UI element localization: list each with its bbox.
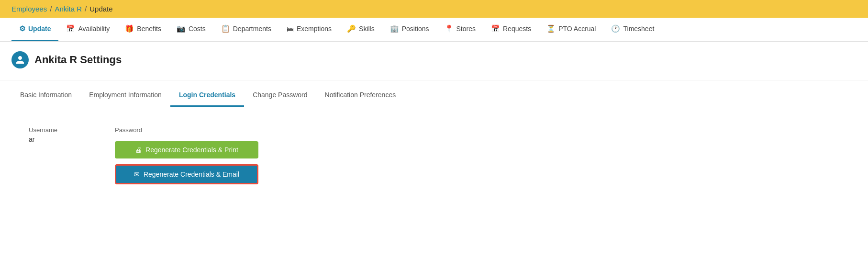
nav-tab-departments[interactable]: 📋 Departments <box>213 18 279 41</box>
nav-tab-update[interactable]: ⚙ Update <box>11 18 58 41</box>
nav-tab-departments-label: Departments <box>233 25 271 33</box>
nav-tab-stores[interactable]: 📍 Stores <box>437 18 483 41</box>
username-value: ar <box>29 136 57 143</box>
clock-icon: 🕐 <box>611 24 620 33</box>
nav-tab-timesheet-label: Timesheet <box>623 25 654 33</box>
section-tab-login-credentials[interactable]: Login Credentials <box>170 84 244 107</box>
breadcrumb-ankita[interactable]: Ankita R <box>55 5 82 13</box>
user-avatar-icon <box>11 51 29 68</box>
nav-tab-requests-label: Requests <box>503 25 531 33</box>
building-icon: 🏢 <box>390 24 399 33</box>
username-label: Username <box>29 126 57 134</box>
header-divider <box>0 80 868 80</box>
nav-tab-pto-accrual[interactable]: ⏳ PTO Accrual <box>539 18 603 41</box>
section-tab-employment-info[interactable]: Employment Information <box>80 84 170 107</box>
regenerate-email-label: Regenerate Credentials & Email <box>144 170 239 178</box>
gear-icon: ⚙ <box>19 24 25 33</box>
nav-tab-availability[interactable]: 📅 Availability <box>58 18 117 41</box>
nav-tabs-bar: ⚙ Update 📅 Availability 🎁 Benefits 📷 Cos… <box>0 18 868 42</box>
page-title: Ankita R Settings <box>34 54 122 66</box>
breadcrumb-sep-1: / <box>50 5 52 13</box>
breadcrumb-employees[interactable]: Employees <box>11 5 47 13</box>
nav-tab-positions[interactable]: 🏢 Positions <box>382 18 437 41</box>
calendar-icon: 📅 <box>66 24 75 33</box>
nav-tab-skills[interactable]: 🔑 Skills <box>339 18 382 41</box>
requests-calendar-icon: 📅 <box>491 24 500 33</box>
breadcrumb-update: Update <box>89 5 112 13</box>
nav-tab-availability-label: Availability <box>78 25 110 33</box>
breadcrumb-bar: Employees / Ankita R / Update <box>0 0 868 18</box>
nav-tab-costs[interactable]: 📷 Costs <box>169 18 213 41</box>
section-tab-change-password[interactable]: Change Password <box>244 84 316 107</box>
nav-tab-stores-label: Stores <box>456 25 476 33</box>
regenerate-credentials-email-button[interactable]: ✉ Regenerate Credentials & Email <box>115 164 258 184</box>
breadcrumb-sep-2: / <box>85 5 87 13</box>
regenerate-print-label: Regenerate Credentials & Print <box>145 146 238 154</box>
nav-tab-requests[interactable]: 📅 Requests <box>483 18 539 41</box>
nav-tab-costs-label: Costs <box>189 25 206 33</box>
nav-tab-benefits-label: Benefits <box>137 25 161 33</box>
page-header: Ankita R Settings <box>0 42 868 76</box>
nav-tab-exemptions[interactable]: 🛏 Exemptions <box>279 18 339 41</box>
hourglass-icon: ⏳ <box>546 24 556 33</box>
username-field-group: Username ar <box>29 126 57 184</box>
section-tab-basic-info[interactable]: Basic Information <box>11 84 80 107</box>
nav-tab-skills-label: Skills <box>359 25 375 33</box>
nav-tab-positions-label: Positions <box>402 25 429 33</box>
camera-icon: 📷 <box>177 24 186 33</box>
section-tabs: Basic Information Employment Information… <box>0 84 868 107</box>
list-icon: 📋 <box>221 24 230 33</box>
password-section: Password 🖨 Regenerate Credentials & Prin… <box>115 126 258 184</box>
pin-icon: 📍 <box>445 24 454 33</box>
print-icon: 🖨 <box>135 146 142 154</box>
bed-icon: 🛏 <box>287 25 294 33</box>
password-label: Password <box>115 126 258 134</box>
nav-tab-update-label: Update <box>28 25 51 33</box>
nav-tab-pto-label: PTO Accrual <box>558 25 596 33</box>
section-tab-notification-preferences[interactable]: Notification Preferences <box>316 84 405 107</box>
email-icon: ✉ <box>134 170 140 178</box>
nav-tab-exemptions-label: Exemptions <box>297 25 332 33</box>
key-icon: 🔑 <box>347 24 356 33</box>
nav-tab-benefits[interactable]: 🎁 Benefits <box>117 18 169 41</box>
regenerate-credentials-print-button[interactable]: 🖨 Regenerate Credentials & Print <box>115 141 258 158</box>
content-area: Username ar Password 🖨 Regenerate Creden… <box>0 107 868 203</box>
nav-tab-timesheet[interactable]: 🕐 Timesheet <box>603 18 662 41</box>
gift-icon: 🎁 <box>125 24 134 33</box>
